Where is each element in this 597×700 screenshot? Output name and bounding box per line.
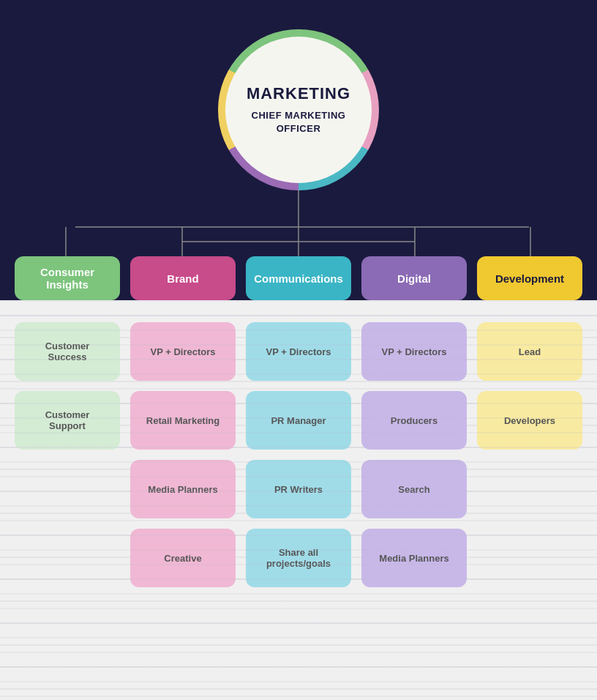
cards-area: Customer SuccessVP + DirectorsVP + Direc… bbox=[13, 322, 584, 587]
card-row2-col2[interactable]: PR Writers bbox=[246, 460, 351, 518]
card-row0-col3[interactable]: VP + Directors bbox=[361, 322, 467, 381]
card-row2-col3[interactable]: Search bbox=[361, 460, 467, 518]
card-row1-col2[interactable]: PR Manager bbox=[246, 391, 351, 450]
center-circle-inner: MARKETING CHIEF MARKETING OFFICER bbox=[225, 37, 372, 183]
card-row1-col3[interactable]: Producers bbox=[361, 391, 467, 450]
page-wrapper: MARKETING CHIEF MARKETING OFFICER bbox=[0, 0, 597, 700]
dept-row: Consumer Insights Brand Communications D… bbox=[0, 256, 597, 300]
card-row0-col1[interactable]: VP + Directors bbox=[130, 322, 236, 381]
card-row3-col2[interactable]: Share all projects/goals bbox=[246, 529, 351, 587]
bottom-section: Customer SuccessVP + DirectorsVP + Direc… bbox=[0, 300, 597, 700]
dept-development[interactable]: Development bbox=[477, 256, 582, 300]
card-row0-col4[interactable]: Lead bbox=[477, 322, 582, 381]
center-circle-wrapper: MARKETING CHIEF MARKETING OFFICER bbox=[0, 29, 597, 190]
circle-subtitle: CHIEF MARKETING OFFICER bbox=[252, 109, 346, 135]
card-row3-col1[interactable]: Creative bbox=[130, 529, 236, 587]
top-section: MARKETING CHIEF MARKETING OFFICER bbox=[0, 0, 597, 278]
center-circle-outer: MARKETING CHIEF MARKETING OFFICER bbox=[218, 29, 379, 190]
card-row2-col1[interactable]: Media Planners bbox=[130, 460, 236, 518]
card-row1-col1[interactable]: Retail Marketing bbox=[130, 391, 236, 450]
dept-consumer-insights[interactable]: Consumer Insights bbox=[15, 256, 120, 300]
card-row0-col2[interactable]: VP + Directors bbox=[246, 322, 351, 381]
card-row1-col4[interactable]: Developers bbox=[477, 391, 582, 450]
card-row1-col0[interactable]: Customer Support bbox=[15, 391, 120, 450]
card-row3-col3[interactable]: Media Planners bbox=[361, 529, 467, 587]
dept-communications[interactable]: Communications bbox=[246, 256, 351, 300]
card-row0-col0[interactable]: Customer Success bbox=[15, 322, 120, 381]
circle-title: MARKETING bbox=[247, 84, 350, 103]
dept-brand[interactable]: Brand bbox=[130, 256, 236, 300]
dept-digital[interactable]: Digital bbox=[361, 256, 467, 300]
